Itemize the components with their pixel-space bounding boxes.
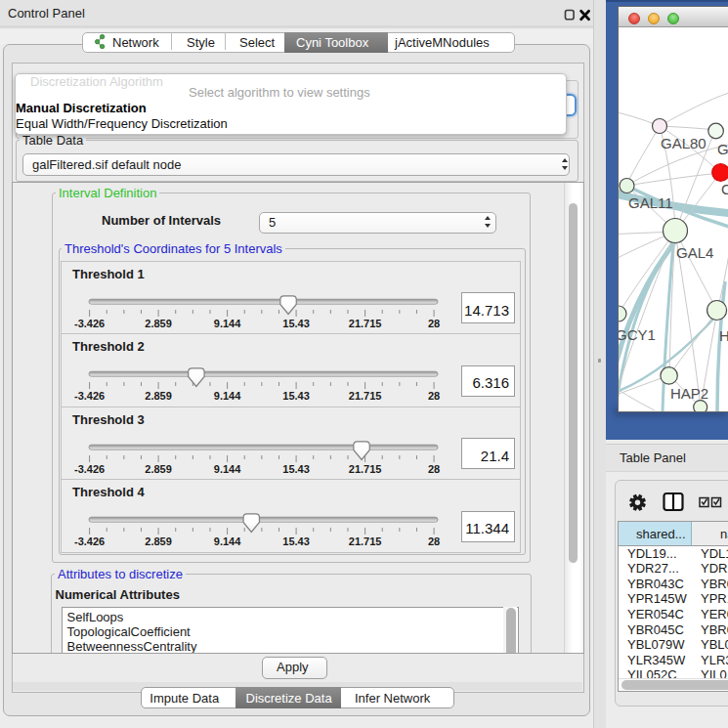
svg-text:2.859: 2.859 — [145, 535, 172, 547]
svg-text:GA: GA — [717, 141, 728, 157]
svg-text:21.715: 21.715 — [349, 535, 382, 547]
svg-text:H: H — [719, 327, 728, 344]
svg-text:9.144: 9.144 — [214, 462, 241, 474]
svg-text:GAL11: GAL11 — [628, 194, 673, 211]
svg-text:15.43: 15.43 — [282, 462, 310, 474]
svg-text:28: 28 — [428, 535, 440, 547]
svg-text:15.43: 15.43 — [282, 535, 310, 547]
svg-text:9.144: 9.144 — [214, 535, 241, 547]
svg-text:2.859: 2.859 — [145, 317, 172, 328]
svg-text:21.715: 21.715 — [349, 462, 382, 474]
svg-text:2.859: 2.859 — [145, 462, 172, 474]
svg-text:9.144: 9.144 — [214, 317, 241, 328]
svg-text:GCY1: GCY1 — [619, 326, 656, 343]
svg-text:28: 28 — [428, 317, 440, 328]
svg-text:9.144: 9.144 — [214, 390, 241, 402]
svg-text:15.43: 15.43 — [282, 317, 310, 328]
svg-text:28: 28 — [428, 390, 440, 402]
svg-text:HAP2: HAP2 — [670, 385, 708, 402]
svg-text:21.715: 21.715 — [349, 390, 382, 402]
svg-text:-3.426: -3.426 — [74, 535, 105, 547]
svg-text:21.715: 21.715 — [349, 317, 382, 328]
svg-text:15.43: 15.43 — [282, 390, 310, 402]
svg-text:-3.426: -3.426 — [74, 390, 105, 402]
svg-text:-3.426: -3.426 — [74, 317, 105, 328]
svg-text:2.859: 2.859 — [145, 390, 172, 402]
svg-text:GAL4: GAL4 — [676, 244, 713, 261]
svg-text:C: C — [721, 181, 728, 197]
svg-text:GAL80: GAL80 — [661, 135, 707, 151]
svg-text:-3.426: -3.426 — [74, 462, 105, 474]
svg-text:28: 28 — [428, 462, 440, 474]
